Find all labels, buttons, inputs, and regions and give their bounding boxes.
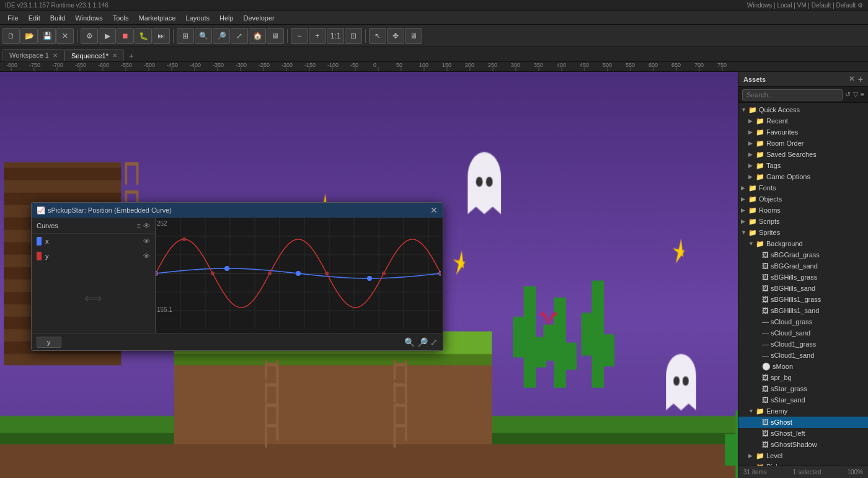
curves-eye-icon[interactable]: 👁 [143, 222, 150, 229]
curves-sidebar: Curves ≡ 👁 x 👁 y 👁 [32, 218, 156, 333]
menu-layouts[interactable]: Layouts [180, 13, 215, 23]
assets-panel-close[interactable]: ✕ [849, 75, 854, 83]
tree-item-game-options[interactable]: ▶📁Game Options [738, 171, 868, 182]
tree-item-favourites[interactable]: ▶📁Favourites [738, 126, 868, 138]
tree-item-sbghills_grass[interactable]: 🖼sBGHills_grass [738, 272, 868, 283]
menu-help[interactable]: Help [215, 13, 239, 23]
assets-search-input[interactable] [742, 89, 843, 100]
toolbar-new[interactable]: 🗋 [2, 28, 20, 44]
toolbar-zoom-out[interactable]: 🔍 [195, 28, 212, 44]
assets-search-bar: ↺ ▽ ≡ [738, 87, 868, 103]
curve-row-x[interactable]: x 👁 [32, 234, 155, 249]
tree-item-spr_bg[interactable]: 🖼spr_bg [738, 372, 868, 383]
toolbar-zoom-in[interactable]: 🔎 [213, 28, 230, 44]
toolbar-stop[interactable]: ⏹ [117, 28, 134, 44]
tree-item-sbggrad_sand[interactable]: 🖼sBGGrad_sand [738, 260, 868, 272]
assets-panel-add[interactable]: + [858, 74, 863, 84]
tree-item-rooms[interactable]: ▶📁Rooms [738, 205, 868, 216]
tab-workspace[interactable]: Workspace 1 ✕ [2, 49, 64, 61]
sequence1-close[interactable]: ✕ [112, 52, 117, 59]
search-refresh-icon[interactable]: ↺ [845, 91, 851, 99]
curve-y-label: y [45, 252, 140, 260]
toolbar-zoom-plus[interactable]: + [309, 28, 326, 44]
tree-item-fonts[interactable]: ▶📁Fonts [738, 182, 868, 193]
toolbar-move[interactable]: ✥ [387, 28, 404, 44]
toolbar-zoom-reset[interactable]: 1:1 [327, 28, 344, 44]
menu-build[interactable]: Build [45, 13, 70, 23]
search-menu-icon[interactable]: ≡ [861, 91, 864, 99]
tree-item-sbghills1_grass[interactable]: 🖼sBGHills1_grass [738, 294, 868, 305]
tree-item-sghost[interactable]: 🖼sGhost [738, 417, 868, 428]
tree-item-sbggrad_grass[interactable]: 🖼sBGGrad_grass [738, 249, 868, 260]
toolbar-select[interactable]: ↖ [369, 28, 386, 44]
toolbar-sep-1 [77, 29, 78, 43]
tree-item-saved-searches[interactable]: ▶📁Saved Searches [738, 149, 868, 160]
tree-item-level[interactable]: ▶📁Level [738, 450, 868, 461]
assets-footer: 31 items 1 selected 100% [738, 466, 868, 478]
tree-item-scloud1_grass[interactable]: —sCloud1_grass [738, 339, 868, 350]
menu-edit[interactable]: Edit [24, 13, 45, 23]
curves-sort-icon[interactable]: ≡ [137, 222, 141, 229]
curve-y-tab-button[interactable]: y [37, 337, 61, 348]
menu-file[interactable]: File [2, 13, 24, 23]
tree-item-pickups[interactable]: ▼📁Pickups [738, 461, 868, 466]
toolbar-open[interactable]: 📂 [20, 28, 38, 44]
tree-item-sstar_grass[interactable]: 🖼sStar_grass [738, 383, 868, 394]
tree-item-sstar_sand[interactable]: 🖼sStar_sand [738, 394, 868, 405]
tree-item-smoon[interactable]: ⚪sMoon [738, 361, 868, 372]
toolbar-monitor[interactable]: 🖥 [267, 28, 284, 44]
tree-item-objects[interactable]: ▶📁Objects [738, 193, 868, 205]
menu-marketplace[interactable]: Marketplace [133, 13, 180, 23]
tree-item-sbghills1_sand[interactable]: 🖼sBGHills1_sand [738, 305, 868, 316]
tree-item-quick-access[interactable]: ▼📁Quick Access [738, 104, 868, 115]
zoom-out-icon[interactable]: 🔍 [404, 337, 415, 347]
curve-val-bottom: 155.1 [157, 306, 172, 313]
assets-panel: Assets ✕ + ↺ ▽ ≡ ▼📁Quick Access▶📁Recent▶… [738, 72, 868, 478]
curves-graph[interactable]: 252 155.1 [156, 218, 443, 333]
tree-item-sbghills_sand[interactable]: 🖼sBGHills_sand [738, 283, 868, 294]
toolbar-build-group: ⚙ ▶ ⏹ 🐛 ⏭ [81, 28, 170, 44]
toolbar-fit[interactable]: ⤢ [231, 28, 248, 44]
dialog-title-icon: 📈 [37, 206, 45, 215]
dialog-titlebar: 📈 sPickupStar: Position (Embedded Curve)… [32, 203, 443, 218]
menu-tools[interactable]: Tools [108, 13, 134, 23]
curve-y-eye[interactable]: 👁 [143, 252, 150, 260]
tree-item-tags[interactable]: ▶📁Tags [738, 160, 868, 171]
curve-row-y[interactable]: y 👁 [32, 249, 155, 263]
tree-item-sghostshadow[interactable]: 🖼sGhostShadow [738, 439, 868, 450]
toolbar-debug[interactable]: 🐛 [135, 28, 152, 44]
search-filter-icon[interactable]: ▽ [853, 91, 858, 99]
toolbar-settings[interactable]: ⚙ [81, 28, 98, 44]
curve-x-label: x [45, 237, 140, 245]
toolbar-zoom-fit-all[interactable]: ⊡ [345, 28, 362, 44]
zoom-in-icon[interactable]: 🔎 [417, 337, 428, 347]
toolbar-grid[interactable]: ⊞ [177, 28, 194, 44]
editor-viewport[interactable]: 📈 sPickupStar: Position (Embedded Curve)… [0, 72, 738, 478]
zoom-fit-icon[interactable]: ⤢ [430, 337, 438, 347]
tree-item-scloud_grass[interactable]: —sCloud_grass [738, 316, 868, 327]
workspace-close[interactable]: ✕ [53, 52, 58, 59]
menu-windows[interactable]: Windows [70, 13, 108, 23]
tree-item-background[interactable]: ▼📁Background [738, 238, 868, 249]
toolbar-close[interactable]: ✕ [56, 28, 74, 44]
toolbar-play[interactable]: ▶ [99, 28, 116, 44]
tree-item-sghost_left[interactable]: 🖼sGhost_left [738, 428, 868, 439]
tree-item-scloud_sand[interactable]: —sCloud_sand [738, 327, 868, 339]
tree-item-sprites[interactable]: ▼📁Sprites [738, 227, 868, 238]
curve-x-eye[interactable]: 👁 [143, 237, 150, 245]
tree-item-recent[interactable]: ▶📁Recent [738, 115, 868, 126]
tree-item-scloud1_sand[interactable]: —sCloud1_sand [738, 350, 868, 361]
toolbar-save[interactable]: 💾 [38, 28, 56, 44]
dialog-close-button[interactable]: ✕ [430, 205, 438, 215]
tab-add[interactable]: + [126, 50, 137, 61]
tree-item-enemy[interactable]: ▼📁Enemy [738, 405, 868, 417]
toolbar-rooms[interactable]: 🏠 [249, 28, 266, 44]
tab-sequence1[interactable]: Sequence1* ✕ [64, 49, 124, 61]
toolbar-zoom-minus[interactable]: − [291, 28, 308, 44]
toolbar-step-over[interactable]: ⏭ [153, 28, 170, 44]
assets-count: 31 items [743, 469, 767, 476]
toolbar-display[interactable]: 🖥 [405, 28, 422, 44]
tree-item-room-order[interactable]: ▶📁Room Order [738, 138, 868, 149]
menu-developer[interactable]: Developer [239, 13, 280, 23]
tree-item-scripts[interactable]: ▶📁Scripts [738, 216, 868, 227]
